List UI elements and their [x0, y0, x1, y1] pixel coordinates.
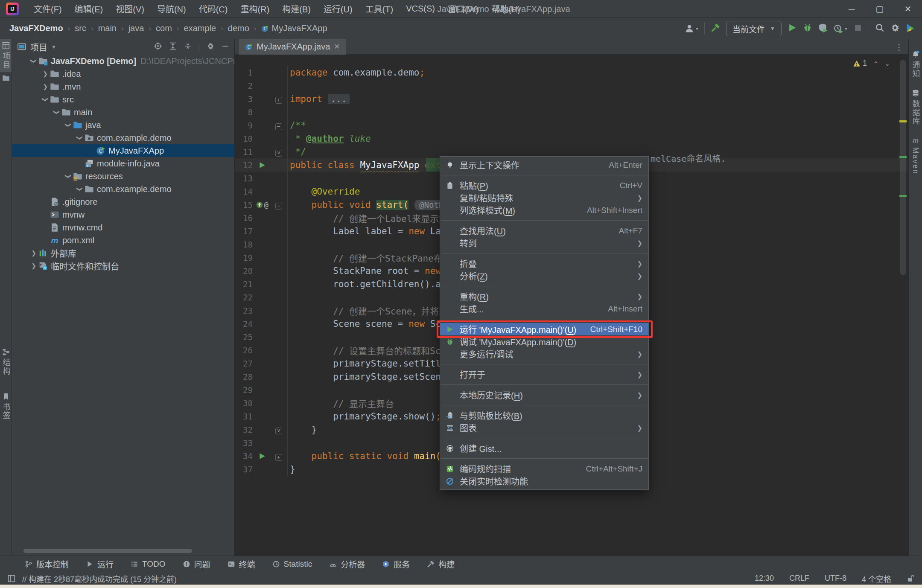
layout-icon[interactable] — [8, 575, 15, 582]
menubar-item[interactable]: 代码(C) — [193, 0, 234, 17]
chevron-expanded-icon[interactable]: ❯ — [30, 56, 37, 66]
project-horizontal-scrollbar[interactable] — [23, 549, 192, 553]
gutter[interactable]: 21 — [235, 277, 288, 291]
menu-item-diagram[interactable]: 图表❯ — [440, 422, 648, 434]
gutter[interactable]: 18 — [235, 238, 288, 251]
plugin-logo-icon[interactable] — [906, 23, 915, 34]
editor-scrollbar[interactable] — [900, 60, 906, 275]
tree-item-com.example.demo[interactable]: ❯com.example.demo — [12, 183, 234, 195]
run-configuration-select[interactable]: 当前文件▼ — [726, 21, 782, 36]
gutter[interactable]: 31 — [235, 410, 288, 423]
menu-item-plain[interactable]: 更多运行/调试❯ — [440, 348, 648, 360]
tree-item-.idea[interactable]: ❯.idea — [12, 67, 234, 80]
run-gutter-icon[interactable] — [258, 452, 266, 460]
code-line-10[interactable]: 10 * @author luke — [235, 132, 908, 145]
gutter[interactable]: 10 — [235, 132, 288, 145]
gutter[interactable]: 24 — [235, 317, 288, 330]
gutter[interactable]: 33 — [235, 436, 288, 449]
gutter[interactable]: 19 — [235, 251, 288, 264]
menu-item-scan[interactable]: 编码规约扫描Ctrl+Alt+Shift+J — [440, 463, 648, 475]
change-stripe-mark[interactable] — [899, 156, 907, 158]
toolwindow-button-问题[interactable]: 问题 — [183, 558, 210, 570]
breadcrumb-item[interactable]: com — [156, 23, 172, 33]
gutter[interactable]: 22 — [235, 291, 288, 304]
gutter[interactable]: 11˅ — [235, 145, 288, 158]
project-panel-title[interactable]: 项目 — [30, 41, 47, 53]
breadcrumb-item[interactable]: JavaFXDemo — [9, 23, 63, 33]
breadcrumb-item[interactable]: demo — [228, 23, 249, 33]
gutter[interactable]: 32˅ — [235, 423, 288, 436]
menu-item-clipcompare[interactable]: 与剪贴板比较(B) — [440, 409, 648, 422]
chevron-collapsed-icon[interactable]: ❯ — [29, 250, 38, 256]
toolwindow-button-分析器[interactable]: 分析器 — [329, 558, 365, 570]
stripe-tab-project[interactable]: 项目 — [0, 39, 12, 72]
breadcrumb-item[interactable]: java — [128, 23, 144, 33]
close-button[interactable]: ✕ — [894, 0, 922, 18]
change-stripe-mark[interactable] — [899, 195, 907, 197]
gutter[interactable]: 15@− — [235, 198, 288, 211]
tree-item-resources[interactable]: ❯resources — [12, 170, 234, 183]
expand-all-button[interactable] — [169, 42, 177, 52]
inspections-widget[interactable]: 1 ⌃ ⌄ — [853, 59, 890, 68]
coverage-button[interactable] — [818, 23, 828, 34]
run-gutter-icon[interactable] — [258, 161, 266, 169]
menu-item-plain[interactable]: 本地历史记录(H)❯ — [440, 389, 648, 401]
stripe-tab-通知[interactable]: 通知 — [909, 50, 922, 78]
line-separator[interactable]: CRLF — [789, 574, 809, 583]
code-line-9[interactable]: 9−/** — [235, 119, 908, 132]
code-line-1[interactable]: 1package com.example.demo; — [235, 66, 908, 79]
menu-item-debug[interactable]: 调试 'MyJavaFXApp.main()'(D) — [440, 335, 648, 348]
menubar-item[interactable]: 工具(T) — [359, 0, 400, 17]
gutter[interactable]: 3+ — [235, 92, 288, 105]
menubar-item[interactable]: 文件(F) — [27, 0, 68, 17]
stripe-tab-folder[interactable] — [0, 72, 12, 84]
chevron-expanded-icon[interactable]: ❯ — [42, 95, 49, 104]
fold-expand-icon[interactable]: + — [275, 97, 282, 104]
menubar-item[interactable]: 编辑(E) — [68, 0, 110, 17]
tree-item-src[interactable]: ❯src — [12, 93, 234, 106]
maximize-button[interactable]: ▢ — [866, 0, 894, 18]
menu-item-plain[interactable]: 查找用法(U)Alt+F7 — [440, 224, 648, 237]
gutter[interactable]: 30 — [235, 396, 288, 410]
collapse-all-button[interactable] — [184, 42, 192, 52]
tree-item-.gitignore[interactable]: .gitignore — [12, 195, 234, 208]
tree-item-myjavafxapp[interactable]: CMyJavaFXApp — [12, 144, 234, 157]
stripe-tab-maven[interactable]: mMaven — [909, 137, 922, 175]
tree-item-mvnw.cmd[interactable]: mvnw.cmd — [12, 221, 234, 234]
chevron-down-icon[interactable]: ▼ — [51, 44, 56, 50]
menubar-item[interactable]: 导航(N) — [151, 0, 193, 17]
locate-file-button[interactable] — [154, 42, 162, 52]
tree-item-java[interactable]: ❯java — [12, 119, 234, 131]
gutter[interactable]: 12 — [235, 158, 288, 172]
tree-item-com.example.demo[interactable]: ❯com.example.demo — [12, 131, 234, 144]
tree-item-mvnw[interactable]: mvnw — [12, 208, 234, 221]
toolwindow-button-运行[interactable]: 运行 — [86, 558, 114, 570]
menu-item-plain[interactable]: 重构(R)❯ — [440, 290, 648, 303]
toolwindow-button-statistic[interactable]: Statistic — [272, 559, 312, 569]
kebab-menu-icon[interactable]: ⋮ — [895, 42, 903, 52]
menu-item-plain[interactable]: 分析(Z)❯ — [440, 270, 648, 282]
next-problem-icon[interactable]: ⌄ — [885, 60, 890, 67]
gutter[interactable]: 27 — [235, 357, 288, 370]
stripe-tab-structure[interactable]: 结构 — [0, 346, 12, 378]
stop-button[interactable] — [853, 23, 863, 34]
indent-setting[interactable]: 4 个空格 — [862, 573, 891, 584]
menu-item-plain[interactable]: 转到❯ — [440, 237, 648, 249]
fold-collapse-icon[interactable]: − — [275, 203, 282, 210]
run-button[interactable] — [788, 23, 797, 34]
profiler-button[interactable]: ▾ — [834, 24, 847, 33]
gutter[interactable]: 14 — [235, 185, 288, 198]
menu-item-paste[interactable]: 粘贴(P)Ctrl+V — [440, 179, 648, 192]
chevron-collapsed-icon[interactable]: ❯ — [41, 70, 50, 77]
debug-button[interactable] — [803, 23, 812, 34]
chevron-collapsed-icon[interactable]: ❯ — [29, 262, 38, 269]
gutter[interactable]: 13 — [235, 172, 288, 185]
menu-item-github[interactable]: 创建 Gist... — [440, 442, 648, 454]
prev-problem-icon[interactable]: ⌃ — [873, 60, 878, 67]
fold-collapse-icon[interactable]: − — [275, 123, 282, 130]
warning-stripe-mark[interactable] — [899, 120, 907, 122]
menu-item-plain[interactable]: 复制/粘贴特殊❯ — [440, 192, 648, 204]
gutter[interactable]: 37 — [235, 463, 288, 476]
user-account-button[interactable]: ▾ — [685, 24, 698, 33]
fold-end-icon[interactable]: ˅ — [275, 150, 282, 157]
